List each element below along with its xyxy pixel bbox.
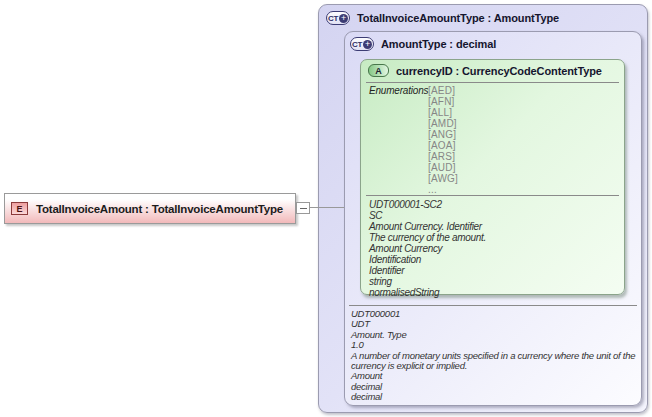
plus-icon: +: [363, 40, 372, 49]
separator-line: [366, 195, 619, 196]
outer-type-box[interactable]: CT + TotalInvoiceAmountType : AmountType…: [318, 4, 648, 413]
attribute-header[interactable]: A currencyID : CurrencyCodeContentType: [361, 60, 624, 77]
doc-line: decimal: [351, 382, 637, 392]
inner-type-header[interactable]: CT + AmountType : decimal: [345, 32, 641, 51]
complex-type-icon: CT +: [326, 11, 350, 25]
enum-value: [AED]: [428, 85, 458, 96]
attribute-box-currency-id[interactable]: A currencyID : CurrencyCodeContentType E…: [360, 59, 625, 295]
doc-line: UDT000001: [351, 309, 637, 319]
inner-type-title: AmountType : decimal: [381, 38, 496, 50]
separator-line: [349, 305, 637, 306]
doc-line: The currency of the amount.: [369, 232, 618, 243]
complex-type-icon: CT +: [350, 37, 374, 51]
enum-value: [AUD]: [428, 162, 458, 173]
inner-type-box[interactable]: CT + AmountType : decimal A currencyID :…: [344, 31, 642, 406]
doc-line: A number of monetary units specified in …: [351, 351, 637, 372]
enum-value: [ARS]: [428, 151, 458, 162]
separator-line: [366, 82, 619, 83]
enum-value: [ANG]: [428, 129, 458, 140]
element-box-total-invoice-amount[interactable]: E TotalInvoiceAmount : TotalInvoiceAmoun…: [4, 193, 296, 224]
connector-line: [310, 207, 344, 208]
doc-line: Amount: [351, 371, 637, 381]
doc-line: normalisedString: [369, 287, 618, 298]
schema-diagram: E TotalInvoiceAmount : TotalInvoiceAmoun…: [0, 0, 652, 417]
type-documentation: UDT000001 UDT Amount. Type 1.0 A number …: [351, 309, 637, 403]
enum-value: [AMD]: [428, 118, 458, 129]
enum-value: [AFN]: [428, 96, 458, 107]
element-icon: E: [11, 202, 28, 215]
complex-type-icon-text: CT: [328, 14, 338, 23]
element-label: TotalInvoiceAmount : TotalInvoiceAmountT…: [36, 203, 283, 215]
doc-line: Identification: [369, 254, 618, 265]
enum-value-ellipsis: ...: [428, 184, 458, 195]
attribute-title: currencyID : CurrencyCodeContentType: [396, 65, 602, 77]
outer-type-title: TotalInvoiceAmountType : AmountType: [357, 12, 559, 24]
complex-type-icon-text: CT: [352, 40, 362, 49]
attribute-documentation: UDT000001-SC2 SC Amount Currency. Identi…: [369, 199, 618, 298]
plus-icon: +: [339, 14, 348, 23]
doc-line: string: [369, 276, 618, 287]
doc-line: Amount Currency. Identifier: [369, 221, 618, 232]
doc-line: SC: [369, 210, 618, 221]
attribute-icon: A: [368, 64, 389, 77]
enum-value: [AOA]: [428, 140, 458, 151]
outer-type-header[interactable]: CT + TotalInvoiceAmountType : AmountType: [319, 5, 647, 25]
minus-icon: [300, 208, 307, 209]
doc-line: UDT000001-SC2: [369, 199, 618, 210]
enum-value: [AWG]: [428, 173, 458, 184]
enumerations-list: [AED] [AFN] [ALL] [AMD] [ANG] [AOA] [ARS…: [428, 85, 458, 195]
enum-value: [ALL]: [428, 107, 458, 118]
doc-line: Identifier: [369, 265, 618, 276]
doc-line: Amount. Type: [351, 330, 637, 340]
doc-line: Amount Currency: [369, 243, 618, 254]
enumerations-label: Enumerations: [369, 85, 428, 96]
collapse-toggle[interactable]: [296, 202, 310, 214]
doc-line: decimal: [351, 392, 637, 402]
